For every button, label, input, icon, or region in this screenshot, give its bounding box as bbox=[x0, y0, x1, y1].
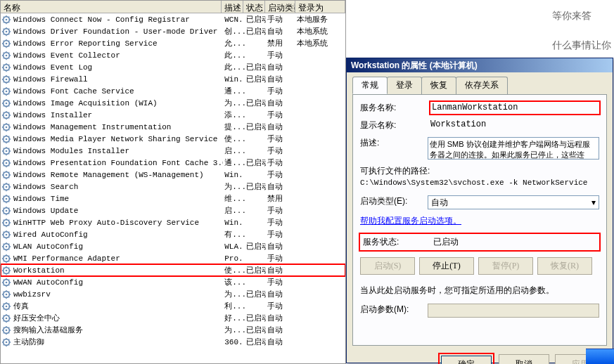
stop-button[interactable]: 停止(T) bbox=[419, 257, 474, 275]
service-icon bbox=[1, 98, 11, 108]
value-description[interactable]: 使用 SMB 协议创建并维护客户端网络与远程服务器之间的连接。如果此服务已停止，… bbox=[428, 137, 599, 160]
cell-status: 已启动 bbox=[245, 325, 266, 335]
svg-point-47 bbox=[6, 293, 8, 295]
service-row[interactable]: Windows Presentation Foundation Font Cac… bbox=[1, 157, 345, 169]
col-header-desc[interactable]: 描述 bbox=[222, 1, 243, 13]
svg-point-41 bbox=[6, 257, 8, 259]
label-service-status: 服务状态: bbox=[363, 236, 433, 248]
service-row[interactable]: Windows Search为...已启动自动 bbox=[1, 181, 345, 193]
service-row[interactable]: Windows Connect Now - Config RegistrarWC… bbox=[1, 13, 345, 25]
services-list-panel: 名称 描述 状态 启动类型 登录为 Windows Connect Now - … bbox=[0, 0, 346, 364]
col-header-status[interactable]: 状态 bbox=[243, 1, 265, 13]
col-header-name[interactable]: 名称 bbox=[1, 1, 222, 13]
service-row[interactable]: Windows Time维...禁用 bbox=[1, 193, 345, 204]
cell-start: 自动 bbox=[266, 74, 296, 84]
service-row[interactable]: Windows Media Player Network Sharing Ser… bbox=[1, 133, 345, 145]
cell-desc: 通... bbox=[223, 157, 244, 168]
tab-logon[interactable]: 登录 bbox=[387, 77, 422, 94]
tab-recovery[interactable]: 恢复 bbox=[421, 77, 456, 94]
col-header-logon[interactable]: 登录为 bbox=[295, 1, 345, 13]
service-row[interactable]: WWAN AutoConfig该...手动 bbox=[1, 276, 345, 288]
service-icon bbox=[1, 206, 11, 216]
cell-start: 禁用 bbox=[266, 193, 296, 204]
cell-desc: 提... bbox=[223, 122, 244, 132]
cell-name: Windows Search bbox=[12, 183, 223, 191]
label-display-name: 显示名称: bbox=[360, 119, 430, 131]
service-icon bbox=[1, 158, 11, 168]
cell-desc: 允... bbox=[223, 38, 244, 48]
service-row[interactable]: Windows FirewallWin...已启动自动 bbox=[1, 73, 345, 85]
cell-desc: Pro... bbox=[223, 254, 244, 263]
cell-name: 传真 bbox=[12, 301, 223, 311]
service-icon bbox=[1, 170, 11, 180]
cell-logon: 本地服务 bbox=[295, 14, 345, 25]
cell-name: Windows Image Acquisition (WIA) bbox=[12, 99, 223, 108]
service-row[interactable]: Windows Installer添...手动 bbox=[1, 109, 345, 121]
cell-start: 手动 bbox=[266, 277, 296, 287]
tab-dependencies[interactable]: 依存关系 bbox=[456, 77, 508, 94]
service-icon bbox=[1, 230, 11, 240]
services-body[interactable]: Windows Connect Now - Config RegistrarWC… bbox=[1, 13, 345, 363]
taskbar-fragment bbox=[586, 349, 614, 364]
service-row[interactable]: Windows Image Acquisition (WIA)为...已启动自动 bbox=[1, 97, 345, 109]
sidebar-line1: 等你来答 bbox=[552, 10, 611, 22]
cancel-button[interactable]: 取消 bbox=[499, 354, 549, 364]
service-icon bbox=[1, 15, 11, 25]
cell-start: 自动 bbox=[266, 289, 296, 299]
cell-name: 搜狗输入法基础服务 bbox=[12, 325, 223, 335]
service-row[interactable]: WMI Performance AdapterPro...手动 bbox=[1, 252, 345, 264]
cell-status: 已启动 bbox=[245, 337, 266, 347]
cell-desc: Win... bbox=[223, 171, 244, 179]
service-row[interactable]: Windows Remote Management (WS-Management… bbox=[1, 169, 345, 181]
select-startup-type[interactable]: 自动 ▾ bbox=[428, 195, 599, 209]
service-row[interactable]: 搜狗输入法基础服务为...已启动自动 bbox=[1, 324, 345, 336]
cell-status: 已启动 bbox=[245, 313, 266, 323]
cell-name: WLAN AutoConfig bbox=[12, 242, 223, 251]
svg-point-49 bbox=[6, 305, 8, 307]
service-row[interactable]: Workstation使...已启动自动 bbox=[1, 264, 345, 276]
cell-start: 手动 bbox=[266, 253, 296, 264]
service-row[interactable]: Windows Event Log此...已启动自动 bbox=[1, 61, 345, 73]
tab-general[interactable]: 常规 bbox=[352, 77, 388, 94]
service-row[interactable]: Windows Driver Foundation - User-mode Dr… bbox=[1, 25, 345, 37]
service-row[interactable]: WLAN AutoConfigWLA...已启动自动 bbox=[1, 240, 345, 252]
help-link[interactable]: 帮助我配置服务启动选项。 bbox=[360, 216, 461, 226]
service-icon bbox=[1, 74, 11, 84]
cell-name: Windows Media Player Network Sharing Ser… bbox=[12, 135, 223, 143]
pause-button: 暂停(P) bbox=[478, 257, 533, 275]
col-header-start[interactable]: 启动类型 bbox=[265, 1, 295, 13]
service-icon bbox=[1, 254, 11, 264]
cell-status: 已启动 bbox=[245, 289, 266, 299]
dialog-titlebar[interactable]: Workstation 的属性 (本地计算机) bbox=[347, 58, 613, 72]
cell-desc: 为... bbox=[223, 325, 244, 335]
cell-status: 已启动 bbox=[245, 26, 266, 37]
cell-start: 自动 bbox=[266, 181, 296, 192]
svg-point-55 bbox=[6, 341, 8, 343]
cell-desc: Win... bbox=[223, 75, 244, 84]
cell-name: WMI Performance Adapter bbox=[12, 254, 223, 263]
service-row[interactable]: 好压安全中心好...已启动自动 bbox=[1, 312, 345, 324]
cell-name: Windows Driver Foundation - User-mode Dr… bbox=[12, 27, 223, 36]
service-row[interactable]: Windows Modules Installer启...手动 bbox=[1, 145, 345, 157]
cell-start: 手动 bbox=[266, 134, 296, 144]
cell-desc: Win... bbox=[223, 219, 244, 227]
service-row[interactable]: Windows Error Reporting Service允...禁用本地系… bbox=[1, 37, 345, 49]
service-row[interactable]: Wired AutoConfig有...手动 bbox=[1, 228, 345, 240]
service-row[interactable]: Windows Management Instrumentation提...已启… bbox=[1, 121, 345, 133]
service-row[interactable]: 传真利...手动 bbox=[1, 300, 345, 312]
service-row[interactable]: WinHTTP Web Proxy Auto-Discovery Service… bbox=[1, 216, 345, 228]
service-row[interactable]: Windows Update启...手动 bbox=[1, 204, 345, 216]
cell-name: Windows Event Collector bbox=[12, 51, 223, 60]
cell-name: Workstation bbox=[12, 266, 223, 275]
service-row[interactable]: Windows Event Collector此...手动 bbox=[1, 49, 345, 61]
cell-desc: 添... bbox=[223, 110, 244, 120]
cell-start: 手动 bbox=[266, 110, 296, 120]
service-row[interactable]: wwbizsrv为...已启动自动 bbox=[1, 288, 345, 300]
cell-desc: 启... bbox=[223, 205, 244, 216]
cell-name: Windows Firewall bbox=[12, 75, 223, 84]
svg-point-45 bbox=[6, 281, 8, 283]
svg-point-39 bbox=[6, 245, 8, 247]
service-row[interactable]: 主动防御360...已启动自动 bbox=[1, 336, 345, 348]
service-row[interactable]: Windows Font Cache Service通...手动 bbox=[1, 85, 345, 97]
ok-button[interactable]: 确定 bbox=[441, 356, 492, 364]
